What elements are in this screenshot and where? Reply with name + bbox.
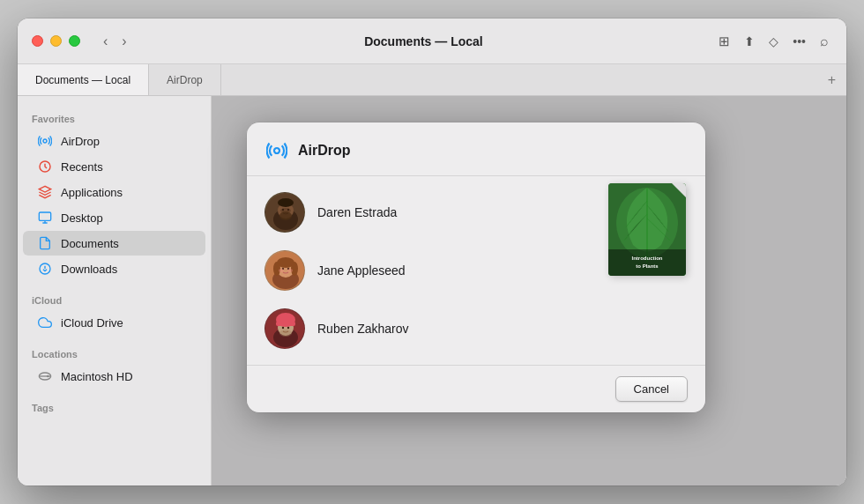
cancel-button[interactable]: Cancel: [615, 376, 688, 402]
avatar-ruben-image: [265, 309, 305, 349]
svg-rect-2: [39, 212, 50, 220]
svg-point-6: [48, 375, 48, 376]
tags-header: Tags: [18, 396, 211, 417]
file-corner-fold: [672, 183, 686, 197]
share-icon: ⬆: [744, 34, 755, 48]
person-name-daren: Daren Estrada: [317, 205, 397, 219]
svg-rect-10: [608, 249, 686, 276]
svg-point-17: [282, 209, 284, 211]
modal-overlay: AirDrop: [212, 96, 846, 485]
nav-buttons: ‹ ›: [98, 30, 132, 53]
locations-header: Locations: [18, 342, 211, 363]
traffic-lights: [32, 35, 80, 47]
sidebar-item-documents[interactable]: Documents: [23, 231, 205, 256]
share-button[interactable]: ⬆: [741, 30, 758, 52]
sidebar-item-desktop[interactable]: Desktop: [23, 205, 205, 230]
svg-point-37: [287, 327, 289, 329]
sidebar-item-icloud-drive[interactable]: iCloud Drive: [23, 310, 205, 335]
modal-body: Introduction to Plants: [247, 176, 705, 365]
file-area: AirDrop: [212, 96, 846, 485]
search-button[interactable]: ⌕: [816, 30, 832, 53]
sidebar-item-desktop-label: Desktop: [61, 211, 103, 225]
svg-point-19: [279, 211, 292, 220]
main-content: Favorites AirDrop: [18, 96, 846, 485]
finder-window: ‹ › Documents — Local ⊞ ⬆ ◇ ••• ⌕ Docume…: [18, 19, 846, 485]
file-thumbnail-image: Introduction to Plants: [608, 183, 686, 276]
tab-airdrop[interactable]: AirDrop: [149, 64, 221, 95]
toolbar-actions: ⊞ ⬆ ◇ ••• ⌕: [715, 30, 832, 53]
modal-title: AirDrop: [298, 143, 351, 159]
svg-point-26: [291, 262, 298, 276]
svg-point-29: [279, 269, 284, 272]
svg-point-25: [273, 262, 280, 276]
avatar-jane-image: [265, 251, 305, 291]
avatar-daren-image: [265, 193, 305, 233]
documents-icon: [37, 235, 53, 251]
downloads-icon: [37, 261, 53, 277]
tab-documents-local[interactable]: Documents — Local: [18, 64, 149, 95]
more-icon: •••: [793, 34, 806, 48]
tabs-bar: Documents — Local AirDrop +: [18, 64, 846, 96]
window-title: Documents — Local: [143, 34, 705, 48]
sidebar-item-macintosh-hd[interactable]: Macintosh HD: [23, 364, 205, 389]
avatar-daren: [264, 192, 305, 233]
desktop-icon: [37, 210, 53, 226]
svg-point-38: [279, 330, 292, 337]
icloud-drive-icon: [37, 315, 53, 330]
svg-point-20: [278, 198, 294, 207]
toolbar: ‹ › Documents — Local ⊞ ⬆ ◇ ••• ⌕: [18, 19, 846, 64]
svg-point-18: [287, 209, 289, 211]
sidebar-item-applications-label: Applications: [61, 186, 123, 199]
sidebar-item-macintosh-hd-label: Macintosh HD: [61, 370, 133, 383]
avatar-jane: [264, 250, 305, 291]
search-icon: ⌕: [820, 33, 829, 48]
airdrop-modal: AirDrop: [247, 122, 705, 412]
add-tab-button[interactable]: +: [817, 64, 846, 95]
sidebar-item-documents-label: Documents: [61, 237, 119, 250]
sidebar-item-applications[interactable]: Applications: [23, 180, 205, 204]
favorites-header: Favorites: [18, 107, 211, 128]
airdrop-icon: [37, 133, 53, 149]
icloud-header: iCloud: [18, 288, 211, 309]
tag-icon: ◇: [769, 34, 778, 48]
tag-button[interactable]: ◇: [765, 30, 782, 52]
person-name-ruben: Ruben Zakharov: [317, 322, 409, 336]
modal-header: AirDrop: [247, 122, 705, 176]
view-grid-button[interactable]: ⊞: [715, 30, 734, 53]
sidebar-item-icloud-drive-label: iCloud Drive: [61, 316, 123, 330]
sidebar-item-airdrop-label: AirDrop: [61, 135, 100, 148]
forward-button[interactable]: ›: [116, 30, 131, 53]
sidebar-item-recents[interactable]: Recents: [23, 154, 205, 179]
svg-rect-35: [276, 322, 295, 326]
grid-icon: ⊞: [719, 33, 730, 48]
svg-text:to Plants: to Plants: [636, 263, 659, 269]
person-name-jane: Jane Appleseed: [317, 263, 406, 278]
recents-icon: [37, 159, 53, 174]
maximize-button[interactable]: [69, 35, 80, 47]
svg-point-0: [43, 139, 47, 143]
sidebar-item-airdrop[interactable]: AirDrop: [23, 129, 205, 153]
file-thumbnail: Introduction to Plants: [608, 183, 688, 280]
svg-point-7: [274, 148, 279, 153]
minimize-button[interactable]: [50, 35, 62, 47]
back-button[interactable]: ‹: [98, 30, 113, 53]
sidebar-item-downloads-label: Downloads: [61, 263, 117, 276]
svg-text:Introduction: Introduction: [632, 256, 663, 261]
sidebar-item-recents-label: Recents: [61, 160, 103, 174]
close-button[interactable]: [32, 35, 43, 47]
file-thumb-background: Introduction to Plants: [608, 183, 686, 276]
modal-footer: Cancel: [247, 365, 705, 412]
sidebar: Favorites AirDrop: [18, 96, 212, 485]
more-button[interactable]: •••: [789, 30, 809, 52]
person-row-ruben[interactable]: Ruben Zakharov: [247, 300, 705, 358]
applications-icon: [37, 184, 53, 200]
avatar-ruben: [264, 308, 305, 349]
hard-drive-icon: [37, 368, 53, 384]
svg-point-30: [287, 269, 293, 272]
sidebar-item-downloads[interactable]: Downloads: [23, 256, 205, 281]
svg-point-36: [282, 327, 284, 329]
modal-airdrop-icon: [264, 138, 289, 163]
